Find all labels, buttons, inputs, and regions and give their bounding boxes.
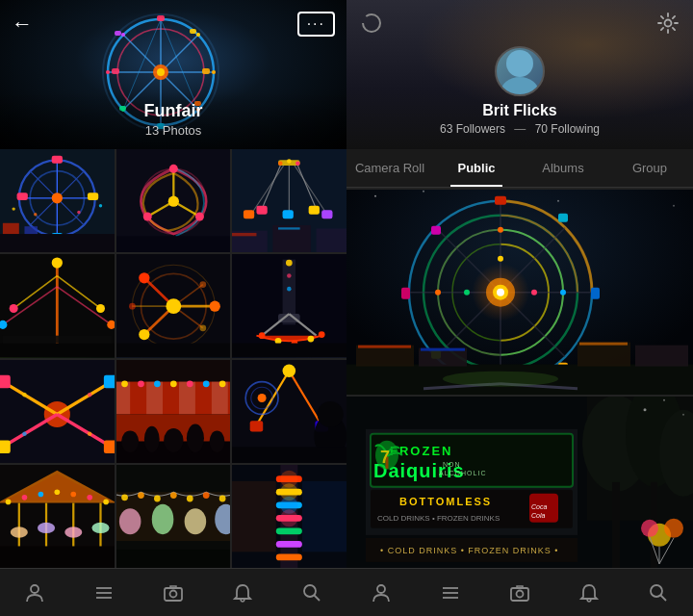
svg-text:Cola: Cola xyxy=(531,512,546,519)
svg-point-82 xyxy=(10,304,18,313)
right-nav-search[interactable] xyxy=(639,574,678,612)
left-nav-camera[interactable] xyxy=(154,574,192,612)
album-header: Funfair 13 Photos ← ··· xyxy=(0,0,346,149)
grid-photo-6[interactable] xyxy=(232,254,346,357)
svg-point-254 xyxy=(498,227,503,233)
svg-point-133 xyxy=(88,431,92,436)
settings-icon[interactable] xyxy=(656,12,680,38)
grid-photo-7[interactable] xyxy=(0,360,115,463)
svg-point-228 xyxy=(374,195,376,197)
right-nav-notifications[interactable] xyxy=(570,574,608,612)
svg-rect-88 xyxy=(3,336,112,344)
svg-point-259 xyxy=(464,290,470,295)
grid-photo-3[interactable] xyxy=(232,149,346,252)
grid-photo-10[interactable] xyxy=(0,465,115,568)
svg-point-310 xyxy=(517,590,524,597)
tab-public[interactable]: Public xyxy=(433,149,520,187)
right-nav-camera[interactable] xyxy=(500,574,539,612)
svg-point-225 xyxy=(500,77,539,96)
svg-rect-253 xyxy=(431,226,441,235)
svg-point-20 xyxy=(212,70,216,74)
svg-rect-261 xyxy=(356,346,414,367)
svg-line-221 xyxy=(315,595,321,601)
svg-rect-265 xyxy=(358,346,411,348)
svg-point-130 xyxy=(22,392,27,397)
svg-point-26 xyxy=(121,33,125,37)
svg-rect-127 xyxy=(104,374,115,388)
main-feed-photo-1[interactable] xyxy=(346,190,693,395)
svg-point-115 xyxy=(319,331,325,338)
svg-rect-184 xyxy=(0,546,115,568)
svg-point-101 xyxy=(199,281,206,288)
tab-albums[interactable]: Albums xyxy=(520,149,606,187)
svg-rect-16 xyxy=(115,31,121,36)
svg-point-147 xyxy=(218,380,225,387)
svg-rect-13 xyxy=(190,29,196,34)
profile-stats: 63 Followers — 70 Following xyxy=(440,122,600,136)
profile-header: Brit Flicks 63 Followers — 70 Following xyxy=(346,0,693,149)
svg-rect-264 xyxy=(635,346,688,367)
album-photo-count: 13 Photos xyxy=(0,123,346,138)
svg-rect-75 xyxy=(278,227,300,229)
svg-point-117 xyxy=(287,274,292,279)
svg-rect-246 xyxy=(495,196,506,205)
svg-rect-250 xyxy=(558,214,568,222)
svg-point-42 xyxy=(12,207,14,210)
grid-photo-1[interactable] xyxy=(0,149,115,252)
svg-point-98 xyxy=(209,301,219,312)
svg-rect-55 xyxy=(116,236,231,252)
svg-point-141 xyxy=(121,380,128,387)
svg-point-45 xyxy=(99,204,102,207)
left-nav-profile[interactable] xyxy=(15,574,54,612)
svg-point-143 xyxy=(154,380,161,387)
grid-photo-9[interactable] xyxy=(232,360,346,463)
tab-camera-roll[interactable]: Camera Roll xyxy=(346,149,433,187)
svg-rect-87 xyxy=(0,344,115,358)
svg-rect-119 xyxy=(232,344,346,358)
left-nav-menu[interactable] xyxy=(85,574,123,612)
svg-point-99 xyxy=(139,329,149,340)
grid-photo-5[interactable] xyxy=(116,254,231,357)
left-nav-notifications[interactable] xyxy=(223,574,262,612)
grid-photo-8[interactable] xyxy=(116,360,231,463)
right-nav-menu[interactable] xyxy=(431,574,470,612)
svg-text:• COLD DRINKS • FROZEN DRINKS : • COLD DRINKS • FROZEN DRINKS • xyxy=(380,546,558,555)
svg-point-171 xyxy=(38,491,44,497)
svg-rect-165 xyxy=(232,447,346,463)
more-button[interactable]: ··· xyxy=(297,12,335,37)
svg-point-192 xyxy=(202,492,209,499)
svg-point-151 xyxy=(164,428,183,452)
right-panel: Brit Flicks 63 Followers — 70 Following … xyxy=(346,0,693,616)
grid-photo-2[interactable] xyxy=(116,149,231,252)
left-bottom-nav xyxy=(0,568,346,616)
svg-point-22 xyxy=(106,70,110,74)
svg-text:ALCOHOLIC: ALCOHOLIC xyxy=(439,470,486,476)
tab-group[interactable]: Group xyxy=(606,149,693,187)
svg-rect-35 xyxy=(52,156,63,164)
grid-photo-12[interactable] xyxy=(232,465,346,568)
svg-point-34 xyxy=(52,192,63,203)
svg-point-182 xyxy=(64,526,82,537)
profile-top-icons xyxy=(346,12,693,38)
followers-count: 63 Followers xyxy=(440,122,505,136)
svg-point-153 xyxy=(209,430,224,452)
svg-point-298 xyxy=(641,520,658,537)
right-nav-profile[interactable] xyxy=(362,574,400,612)
svg-point-302 xyxy=(644,409,647,412)
svg-point-146 xyxy=(202,380,209,387)
grid-photo-11[interactable] xyxy=(116,465,231,568)
grid-photo-4[interactable] xyxy=(0,254,115,357)
photo-grid xyxy=(0,149,346,568)
svg-point-229 xyxy=(423,191,424,192)
back-button[interactable]: ← xyxy=(12,12,33,37)
svg-rect-129 xyxy=(104,440,115,453)
svg-rect-205 xyxy=(276,527,302,534)
left-nav-search[interactable] xyxy=(293,574,331,612)
svg-point-131 xyxy=(88,392,92,397)
svg-point-173 xyxy=(70,491,76,497)
svg-point-195 xyxy=(151,503,173,534)
following-count: 70 Following xyxy=(535,122,600,136)
main-feed-photo-2[interactable]: FROZEN Daiquiris NON ALCOHOLIC BOTTOMLES… xyxy=(346,397,693,568)
svg-rect-128 xyxy=(0,440,11,453)
svg-rect-208 xyxy=(232,481,276,552)
